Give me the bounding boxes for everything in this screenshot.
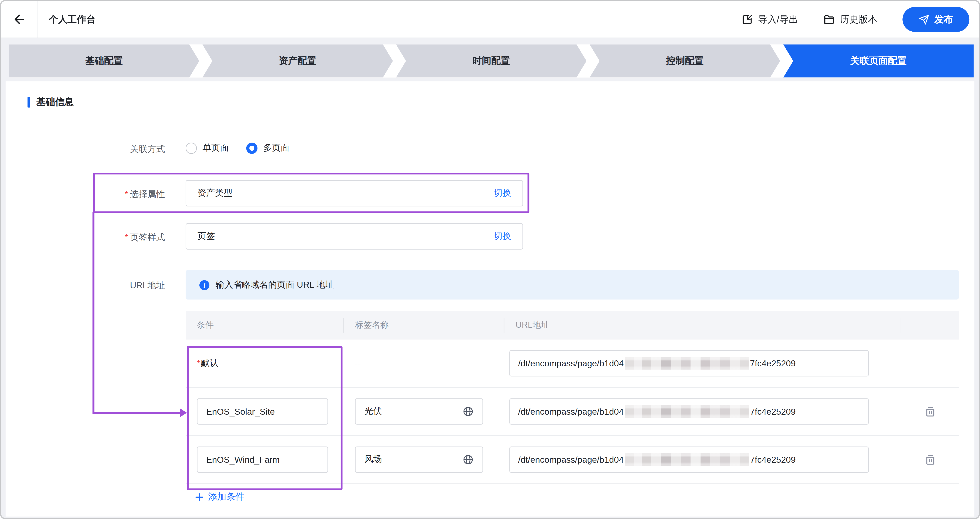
step-basic-config[interactable]: 基础配置 — [9, 45, 199, 78]
step-time-config[interactable]: 时间配置 — [396, 45, 587, 78]
url-prefix: /dt/encompass/page/b1d04 — [518, 455, 624, 465]
tag-input-wind[interactable]: 风场 — [355, 447, 483, 473]
url-suffix: 7fc4e25209 — [750, 358, 796, 368]
tab-style-label: *页签样式 — [6, 232, 165, 243]
step-linked-page-config[interactable]: 关联页面配置 — [783, 45, 974, 78]
radio-single-page[interactable]: 单页面 — [186, 142, 229, 154]
tab-style-switch-link[interactable]: 切换 — [494, 231, 511, 242]
publish-button[interactable]: 发布 — [902, 7, 969, 32]
section-title: 基础信息 — [36, 96, 74, 108]
info-icon: i — [199, 280, 209, 290]
select-attribute-value: 资产类型 — [197, 188, 232, 199]
globe-icon[interactable] — [463, 406, 474, 417]
url-prefix: /dt/encompass/page/b1d04 — [518, 406, 624, 417]
add-condition-button[interactable]: 添加条件 — [194, 491, 244, 503]
annotation-connector-horizontal — [92, 412, 181, 414]
back-button[interactable] — [2, 1, 38, 38]
column-header-tag: 标签名称 — [344, 311, 504, 340]
url-input-wind[interactable]: /dt/encompass/page/b1d047fc4e25209 — [509, 447, 869, 473]
column-header-actions — [901, 311, 959, 340]
send-icon — [919, 14, 929, 25]
app-window: 个人工作台 导入/导出 历史版本 — [0, 0, 980, 519]
url-suffix: 7fc4e25209 — [750, 455, 796, 465]
section-header: 基础信息 — [27, 96, 74, 108]
radio-circle-unselected[interactable] — [186, 142, 197, 154]
actions-cell — [901, 388, 959, 435]
select-attribute-label-text: 选择属性 — [130, 189, 165, 199]
column-header-url: URL地址 — [504, 311, 901, 340]
url-redacted-segment — [625, 357, 749, 369]
tag-wind-text: 风场 — [364, 454, 382, 465]
radio-multi-page[interactable]: 多页面 — [247, 142, 290, 154]
tag-solar-text: 光伏 — [364, 406, 382, 417]
step-control-config[interactable]: 控制配置 — [590, 45, 780, 78]
actions-cell — [901, 436, 959, 484]
history-versions-label: 历史版本 — [840, 13, 878, 25]
condition-input-wind[interactable]: EnOS_Wind_Farm — [197, 447, 328, 473]
step-asset-config[interactable]: 资产配置 — [202, 45, 393, 78]
content-panel: 基础信息 关联方式 单页面 多页面 *选择属性 资产类型 切换 *页签样式 — [6, 81, 974, 517]
delete-row-icon[interactable] — [924, 454, 936, 466]
url-redacted-segment — [625, 405, 749, 418]
globe-icon[interactable] — [463, 454, 474, 465]
back-arrow-icon — [13, 13, 26, 26]
plus-icon — [194, 492, 204, 502]
table-row-wind: EnOS_Wind_Farm 风场 /dt/encompass/pa — [186, 436, 959, 484]
publish-label: 发布 — [934, 13, 953, 25]
folder-icon — [823, 13, 835, 25]
condition-cell-solar: EnOS_Solar_Site — [186, 388, 344, 435]
url-cell: /dt/encompass/page/b1d047fc4e25209 — [504, 340, 901, 387]
tag-cell-wind: 风场 — [344, 436, 504, 484]
url-input-solar[interactable]: /dt/encompass/page/b1d047fc4e25209 — [509, 398, 869, 425]
tab-style-field[interactable]: 页签 切换 — [186, 224, 523, 250]
table-header-row: 条件 标签名称 URL地址 — [186, 311, 959, 340]
actions-cell — [901, 340, 959, 387]
tag-cell-solar: 光伏 — [344, 388, 504, 435]
link-mode-radio-group: 单页面 多页面 — [186, 139, 290, 157]
select-attribute-label: *选择属性 — [6, 189, 165, 200]
url-config-table: 条件 标签名称 URL地址 * 默认 -- /dt/encompass/page… — [186, 311, 959, 484]
radio-circle-selected[interactable] — [247, 142, 258, 154]
table-row-default: * 默认 -- /dt/encompass/page/b1d047fc4e252… — [186, 340, 959, 388]
step-wizard: 基础配置 资产配置 时间配置 控制配置 关联页面配置 — [9, 45, 974, 78]
top-bar: 个人工作台 导入/导出 历史版本 — [2, 2, 979, 38]
add-condition-label: 添加条件 — [208, 491, 244, 503]
select-attribute-field[interactable]: 资产类型 切换 — [186, 180, 523, 206]
tab-style-label-text: 页签样式 — [130, 232, 165, 242]
required-asterisk: * — [125, 232, 128, 242]
import-export-icon — [741, 13, 753, 25]
required-asterisk: * — [125, 189, 128, 199]
import-export-label: 导入/导出 — [758, 13, 798, 25]
condition-cell-default: * 默认 — [186, 340, 344, 387]
url-address-label: URL地址 — [6, 280, 165, 291]
select-attribute-switch-link[interactable]: 切换 — [494, 188, 511, 199]
url-redacted-segment — [625, 454, 749, 466]
history-versions-button[interactable]: 历史版本 — [823, 13, 878, 25]
condition-default-text: 默认 — [201, 358, 218, 369]
required-asterisk: * — [197, 358, 200, 368]
tag-cell-default: -- — [344, 340, 504, 387]
import-export-button[interactable]: 导入/导出 — [741, 13, 798, 25]
url-hint-banner: i 输入省略域名的页面 URL 地址 — [186, 270, 959, 299]
url-input-default[interactable]: /dt/encompass/page/b1d047fc4e25209 — [509, 350, 869, 377]
url-cell: /dt/encompass/page/b1d047fc4e25209 — [504, 388, 901, 435]
column-header-condition: 条件 — [186, 311, 344, 340]
delete-row-icon[interactable] — [924, 406, 936, 417]
header-actions: 导入/导出 历史版本 发布 — [741, 7, 979, 32]
url-hint-text: 输入省略域名的页面 URL 地址 — [216, 279, 334, 291]
condition-cell-wind: EnOS_Wind_Farm — [186, 436, 344, 484]
page-title: 个人工作台 — [49, 13, 95, 25]
radio-multi-page-label: 多页面 — [263, 142, 290, 154]
condition-input-solar[interactable]: EnOS_Solar_Site — [197, 398, 328, 425]
table-row-solar: EnOS_Solar_Site 光伏 /dt/encompass/p — [186, 388, 959, 436]
radio-single-page-label: 单页面 — [202, 142, 229, 154]
link-mode-label: 关联方式 — [6, 144, 165, 155]
tag-input-solar[interactable]: 光伏 — [355, 398, 483, 425]
url-suffix: 7fc4e25209 — [750, 406, 796, 417]
tab-style-value: 页签 — [197, 231, 215, 242]
url-cell: /dt/encompass/page/b1d047fc4e25209 — [504, 436, 901, 484]
section-accent-bar — [27, 97, 30, 108]
url-prefix: /dt/encompass/page/b1d04 — [518, 358, 624, 368]
